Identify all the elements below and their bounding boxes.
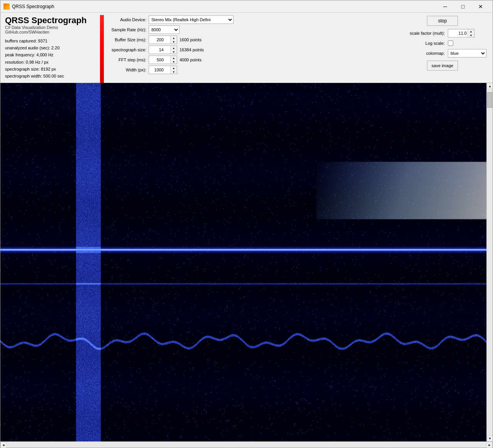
fft-step-row: FFT step (ms): ▲ ▼ 4000 points (108, 55, 389, 64)
red-level-bar (100, 15, 104, 89)
buffer-spinner-buttons: ▲ ▼ (170, 36, 177, 44)
app-title: QRSS Spectrograph (5, 16, 100, 25)
fft-step-down[interactable]: ▼ (171, 60, 177, 64)
buffer-size-spinner-wrapper: ▲ ▼ (149, 36, 177, 44)
log-scale-checkbox[interactable] (448, 41, 453, 46)
buffer-size-input[interactable] (149, 36, 170, 44)
audio-device-select[interactable]: Stereo Mix (Realtek High Defini (149, 15, 234, 24)
maximize-button[interactable]: □ (454, 0, 472, 13)
width-down[interactable]: ▼ (171, 70, 177, 74)
scale-factor-label: scale factor (mult): (398, 31, 445, 36)
stat-peak-freq: peak frequency: 4,000 Hz (5, 51, 100, 58)
scroll-track-horizontal (7, 442, 486, 448)
scroll-track-vertical (487, 89, 493, 435)
stop-button-row: stop (398, 16, 486, 26)
fft-step-input[interactable] (149, 56, 170, 64)
buffer-size-label: Buffer Size (ms): (108, 37, 146, 42)
scroll-right-button[interactable]: ► (486, 442, 493, 448)
stat-unanalyzed: unanalyzed audio (sec): 2.20 (5, 44, 100, 51)
audio-device-label: Audio Device: (108, 17, 146, 22)
close-button[interactable]: ✕ (472, 0, 490, 13)
width-input[interactable] (149, 66, 170, 74)
width-up[interactable]: ▲ (171, 66, 177, 70)
window-controls: ─ □ ✕ (436, 0, 490, 13)
save-image-button[interactable]: save image (427, 61, 458, 71)
colormap-label: colormap: (398, 51, 445, 56)
spectrograph-canvas (0, 83, 486, 441)
save-button-row: save image (398, 61, 486, 71)
stat-buffers: buffers captured: 9371 (5, 37, 100, 44)
audio-device-row: Audio Device: Stereo Mix (Realtek High D… (108, 15, 389, 24)
app-subtitle: C# Data Visualization Demo (5, 25, 100, 30)
fft-step-label: FFT step (ms): (108, 57, 146, 62)
spectrograph-size-label: spectrograph size: (108, 47, 146, 52)
fft-step-spinner-wrapper: ▲ ▼ (149, 56, 177, 64)
stats-section: buffers captured: 9371 unanalyzed audio … (5, 37, 100, 79)
spectrograph-size-points: 16384 points (180, 47, 210, 52)
left-info-panel: QRSS Spectrograph C# Data Visualization … (0, 14, 105, 81)
scroll-left-button[interactable]: ◄ (0, 442, 7, 448)
sample-rate-select[interactable]: 8000 11025 22050 44100 48000 (149, 25, 180, 34)
app-github: GitHub.com/SWHarden (5, 30, 100, 34)
spectrograph-container (0, 83, 486, 441)
scale-factor-input[interactable] (448, 29, 468, 37)
buffer-size-up[interactable]: ▲ (171, 36, 177, 40)
spec-size-down[interactable]: ▼ (171, 50, 177, 54)
header-section: QRSS Spectrograph C# Data Visualization … (0, 13, 493, 83)
horizontal-scrollbar: ◄ ► (0, 441, 493, 448)
spec-size-spinner-wrapper: ▲ ▼ (149, 46, 177, 54)
scale-factor-up[interactable]: ▲ (468, 29, 474, 33)
scroll-down-button[interactable]: ▼ (487, 435, 493, 441)
scale-factor-row: scale factor (mult): ▲ ▼ (398, 29, 474, 37)
buffer-size-points: 1600 points (180, 37, 210, 42)
controls-form: Audio Device: Stereo Mix (Realtek High D… (105, 14, 392, 81)
spectrograph-size-row: spectrograph size: ▲ ▼ 16384 points (108, 45, 389, 54)
app-icon (3, 3, 10, 10)
colormap-row: colormap: blue gray heat green (398, 49, 486, 57)
titlebar: QRSS Spectrograph ─ □ ✕ (0, 0, 493, 13)
main-window: QRSS Spectrograph ─ □ ✕ QRSS Spectrograp… (0, 0, 493, 448)
buffer-size-row: Buffer Size (ms): ▲ ▼ 1600 points (108, 35, 389, 44)
header-top: QRSS Spectrograph C# Data Visualization … (0, 13, 493, 83)
spectrograph-size-input[interactable] (149, 46, 170, 54)
spec-spinner-buttons: ▲ ▼ (170, 46, 177, 54)
log-scale-row: Log scale: (398, 41, 453, 46)
scroll-up-button[interactable]: ▲ (487, 83, 493, 89)
sample-rate-row: Sample Rate (Hz): 8000 11025 22050 44100… (108, 25, 389, 34)
fft-step-up[interactable]: ▲ (171, 56, 177, 60)
window-title: QRSS Spectrograph (12, 4, 436, 9)
stat-spec-size: spectrograph size: 8192 px (5, 66, 100, 73)
log-scale-label: Log scale: (398, 41, 445, 46)
spec-size-up[interactable]: ▲ (171, 46, 177, 50)
scale-factor-spinner-buttons: ▲ ▼ (468, 29, 474, 37)
right-actions-panel: stop scale factor (mult): ▲ ▼ Log sca (392, 14, 493, 81)
width-label: Width (px): (108, 68, 146, 72)
scale-factor-down[interactable]: ▼ (468, 33, 474, 37)
scale-factor-spinner-wrapper: ▲ ▼ (448, 29, 474, 37)
scroll-thumb-vertical[interactable] (487, 92, 492, 108)
width-row: Width (px): ▲ ▼ (108, 65, 389, 74)
stat-resolution: resolution: 0.98 Hz / px (5, 59, 100, 66)
stop-button[interactable]: stop (427, 16, 458, 26)
spectrograph-area: ▲ ▼ (0, 83, 493, 441)
width-spinner-wrapper: ▲ ▼ (149, 66, 177, 74)
fft-step-points: 4000 points (180, 57, 210, 62)
buffer-size-down[interactable]: ▼ (171, 40, 177, 44)
width-spinner-buttons: ▲ ▼ (170, 66, 177, 74)
fft-spinner-buttons: ▲ ▼ (170, 56, 177, 64)
colormap-select[interactable]: blue gray heat green (448, 49, 486, 57)
minimize-button[interactable]: ─ (436, 0, 454, 13)
sample-rate-label: Sample Rate (Hz): (108, 27, 146, 32)
vertical-scrollbar: ▲ ▼ (486, 83, 493, 441)
stat-spec-width: spectrograph width: 500.00 sec (5, 73, 100, 79)
